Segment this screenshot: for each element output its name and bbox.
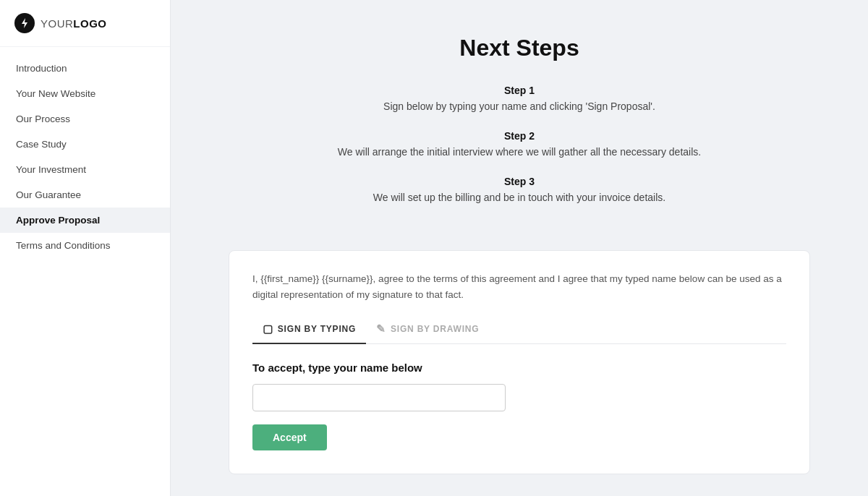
logo-your: YOUR	[41, 17, 73, 30]
nav: IntroductionYour New WebsiteOur ProcessC…	[0, 47, 170, 496]
step-label-1: Step 1	[229, 85, 810, 96]
main-content: Next Steps Step 1Sign below by typing yo…	[171, 0, 868, 496]
tab-sign-by-typing[interactable]: ▢ SIGN BY TYPING	[252, 317, 366, 344]
name-input[interactable]	[252, 384, 506, 411]
svg-marker-0	[22, 18, 27, 28]
typing-icon: ▢	[263, 322, 273, 335]
sidebar-item-our-guarantee[interactable]: Our Guarantee	[0, 182, 170, 208]
agreement-text: I, {{first_name}} {{surname}}, agree to …	[252, 271, 786, 302]
sign-tabs: ▢ SIGN BY TYPING ✎ SIGN BY DRAWING	[252, 317, 786, 344]
tab-sign-by-drawing[interactable]: ✎ SIGN BY DRAWING	[366, 317, 489, 344]
tab-drawing-label: SIGN BY DRAWING	[391, 324, 479, 334]
sidebar: YOURLOGO IntroductionYour New WebsiteOur…	[0, 0, 171, 496]
step-desc-1: Sign below by typing your name and click…	[229, 99, 810, 114]
tab-typing-label: SIGN BY TYPING	[278, 324, 356, 334]
logo-logo: LOGO	[73, 17, 106, 30]
signature-card: I, {{first_name}} {{surname}}, agree to …	[229, 250, 810, 474]
accept-button[interactable]: Accept	[252, 424, 327, 450]
logo-icon	[14, 13, 35, 33]
step-label-2: Step 2	[229, 130, 810, 142]
accept-label: To accept, type your name below	[252, 362, 786, 374]
drawing-icon: ✎	[376, 322, 386, 335]
lightning-icon	[19, 17, 30, 29]
steps-container: Step 1Sign below by typing your name and…	[229, 85, 810, 205]
sidebar-item-approve-proposal[interactable]: Approve Proposal	[0, 208, 170, 233]
step-3: Step 3We will set up the billing and be …	[229, 176, 810, 205]
logo-area: YOURLOGO	[0, 0, 170, 47]
sidebar-item-your-new-website[interactable]: Your New Website	[0, 81, 170, 106]
sidebar-item-case-study[interactable]: Case Study	[0, 132, 170, 157]
page-title: Next Steps	[229, 35, 810, 61]
sidebar-item-introduction[interactable]: Introduction	[0, 56, 170, 81]
sidebar-item-our-process[interactable]: Our Process	[0, 106, 170, 132]
step-1: Step 1Sign below by typing your name and…	[229, 85, 810, 114]
logo-text: YOURLOGO	[41, 17, 107, 30]
top-section: Next Steps Step 1Sign below by typing yo…	[171, 0, 868, 250]
step-desc-3: We will set up the billing and be in tou…	[229, 190, 810, 205]
step-desc-2: We will arrange the initial interview wh…	[229, 145, 810, 160]
sidebar-item-your-investment[interactable]: Your Investment	[0, 157, 170, 182]
sidebar-item-terms-and-conditions[interactable]: Terms and Conditions	[0, 233, 170, 258]
step-label-3: Step 3	[229, 176, 810, 187]
step-2: Step 2We will arrange the initial interv…	[229, 130, 810, 160]
